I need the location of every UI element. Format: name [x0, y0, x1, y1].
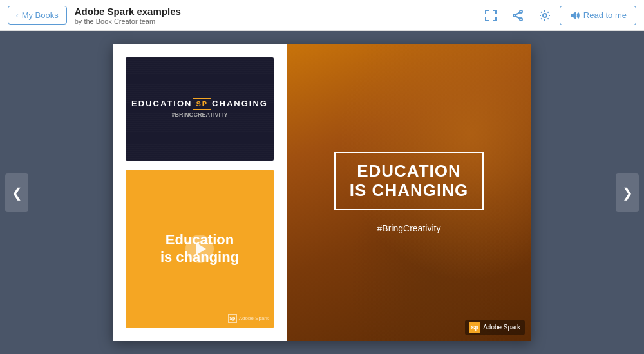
- read-to-button[interactable]: Read to me: [560, 6, 636, 25]
- left-arrow-icon: ❮: [12, 185, 23, 201]
- volume-icon: [569, 10, 580, 21]
- book-subtitle: by the Book Creator team: [75, 17, 471, 25]
- svg-line-4: [516, 16, 520, 18]
- book-title: Adobe Spark examples: [75, 6, 471, 17]
- play-button[interactable]: [185, 235, 214, 263]
- top-video-thumbnail[interactable]: EDUCATIONSpCHANGING #BringCreativity: [126, 57, 274, 161]
- top-video-text: EDUCATIONSpCHANGING #BringCreativity: [131, 98, 268, 119]
- read-to-label: Read to me: [583, 10, 627, 20]
- book-container: EDUCATIONSpCHANGING #BringCreativity Edu…: [113, 44, 531, 341]
- right-title-line2: IS CHANGING: [350, 181, 468, 201]
- main-content: ❮ EDUCATIONSpCHANGING #BringCreativity E…: [0, 31, 644, 354]
- my-books-button[interactable]: ‹ My Books: [8, 6, 67, 25]
- share-button[interactable]: [506, 3, 530, 28]
- right-title-line1: EDUCATION: [350, 162, 468, 181]
- fullscreen-icon: [485, 10, 497, 21]
- right-page-content: EDUCATION IS CHANGING #BringCreativity: [287, 44, 531, 341]
- svg-line-3: [516, 12, 520, 14]
- education-title-box: EDUCATION IS CHANGING: [334, 152, 484, 211]
- settings-button[interactable]: [533, 3, 557, 28]
- next-page-button[interactable]: ❯: [616, 173, 639, 212]
- bottom-video-thumbnail[interactable]: Education is changing Sp Adobe Spark: [126, 170, 274, 328]
- header-title-block: Adobe Spark examples by the Book Creator…: [75, 6, 471, 25]
- top-video-line1: EDUCATIONSpCHANGING: [131, 99, 268, 108]
- header-actions: Read to me: [478, 3, 636, 28]
- svg-point-1: [520, 18, 522, 21]
- play-icon: [196, 242, 206, 255]
- adobe-spark-label-small: Adobe Spark: [239, 315, 269, 321]
- fullscreen-button[interactable]: [478, 3, 503, 28]
- my-books-label: My Books: [22, 10, 59, 20]
- share-icon: [512, 10, 524, 21]
- adobe-spark-logo-bottom: Sp Adobe Spark: [228, 314, 269, 323]
- left-page: EDUCATIONSpCHANGING #BringCreativity Edu…: [113, 44, 287, 341]
- right-hashtag: #BringCreativity: [377, 223, 441, 233]
- spark-icon-small: Sp: [228, 314, 237, 323]
- top-video-hashtag: #BringCreativity: [131, 112, 268, 119]
- right-arrow-icon: ❯: [622, 185, 633, 201]
- svg-point-0: [520, 10, 522, 13]
- gear-icon: [539, 10, 551, 21]
- prev-page-button[interactable]: ❮: [5, 173, 28, 212]
- header: ‹ My Books Adobe Spark examples by the B…: [0, 0, 644, 31]
- svg-point-5: [543, 14, 547, 17]
- spark-badge: Sp: [193, 98, 211, 110]
- svg-point-2: [513, 14, 516, 17]
- right-page: EDUCATION IS CHANGING #BringCreativity S…: [287, 44, 531, 341]
- svg-marker-6: [571, 12, 576, 19]
- chevron-left-icon: ‹: [16, 12, 19, 19]
